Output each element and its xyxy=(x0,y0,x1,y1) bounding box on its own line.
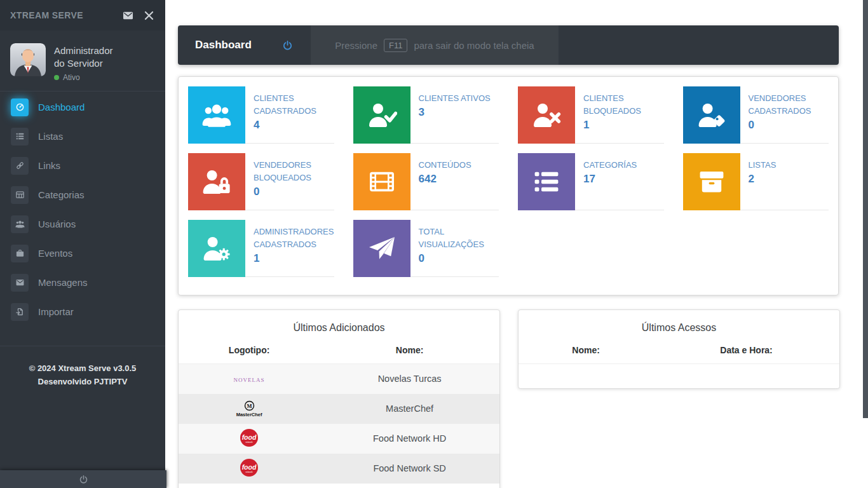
sidebar: XTREAM SERVE Administrad xyxy=(0,0,165,488)
ultimos-acessos-panel: Últimos Acessos Nome: Data e Hora: xyxy=(518,309,840,389)
user-profile: Administrador do Servidor Ativo xyxy=(0,30,165,91)
page-title: Dashboard xyxy=(195,39,252,51)
briefcase-icon xyxy=(11,245,29,262)
stat-value: 0 xyxy=(749,119,828,132)
user-tag-icon xyxy=(683,86,740,144)
users-icon xyxy=(188,86,245,144)
svg-text:network: network xyxy=(246,440,254,443)
paper-plane-icon xyxy=(353,220,410,277)
main-content: Dashboard Pressione F11 para sair do mod… xyxy=(165,0,868,488)
column-header-logotipo: Logotipo: xyxy=(179,339,320,364)
sidebar-item-links[interactable]: Links xyxy=(0,151,165,180)
table-row: M MasterChef MasterChef xyxy=(179,394,499,424)
envelope-icon xyxy=(11,274,29,292)
stat-value: 2 xyxy=(749,173,776,186)
fullscreen-toast: Pressione F11 para sair do modo tela che… xyxy=(311,25,559,65)
f11-key: F11 xyxy=(384,39,407,52)
sidebar-footer: © 2024 Xtream Serve v3.0.5 Desenvolvido … xyxy=(0,346,165,404)
sidebar-menu: Dashboard Listas Links Categorias Usuári… xyxy=(0,92,165,327)
import-icon xyxy=(11,303,29,321)
stat-label: CLIENTES CADASTRADOS xyxy=(254,92,333,118)
user-check-icon xyxy=(353,86,410,144)
stat-label: CATEGORÍAS xyxy=(583,159,637,172)
panel-title: Últimos Acessos xyxy=(519,310,839,339)
svg-text:network: network xyxy=(246,470,254,473)
stat-value: 0 xyxy=(419,252,498,265)
table-row: food network Food Network SD xyxy=(179,454,499,484)
stat-card-categorias[interactable]: CATEGORÍAS 17 xyxy=(518,153,664,210)
table-icon xyxy=(11,186,29,204)
stat-card-clientes-ativos[interactable]: CLIENTES ATIVOS 3 xyxy=(353,86,499,144)
page-header: Dashboard Pressione F11 para sair do mod… xyxy=(178,25,839,65)
sidebar-item-dashboard[interactable]: Dashboard xyxy=(0,93,165,122)
stat-label: CLIENTES ATIVOS xyxy=(419,92,491,105)
food-network-logo: food network xyxy=(240,428,259,447)
sidebar-item-eventos[interactable]: Eventos xyxy=(0,239,165,268)
stat-value: 642 xyxy=(419,173,471,186)
column-header-nome: Nome: xyxy=(519,339,653,364)
stat-card-conteudos[interactable]: CONTEÚDOS 642 xyxy=(353,153,499,210)
sidebar-item-categorias[interactable]: Categorias xyxy=(0,180,165,210)
novelas-logo: NOVELAS xyxy=(234,377,265,383)
stat-label: ADMINISTRADORES CADASTRADOS xyxy=(254,226,333,251)
row-name: Food Network SD xyxy=(320,454,499,484)
stat-value: 1 xyxy=(254,252,333,265)
envelope-icon[interactable] xyxy=(122,10,134,22)
stat-card-administradores[interactable]: ADMINISTRADORES CADASTRADOS 1 xyxy=(188,220,334,277)
status-dot-icon xyxy=(54,75,59,80)
power-icon[interactable] xyxy=(282,40,293,51)
panel-title: Últimos Adicionados xyxy=(179,310,499,339)
brand-bar: XTREAM SERVE xyxy=(0,0,165,30)
close-icon[interactable] xyxy=(143,10,155,22)
column-header-data-hora: Data e Hora: xyxy=(653,339,839,364)
stat-value: 1 xyxy=(583,119,663,132)
sidebar-item-usuarios[interactable]: Usuários xyxy=(0,210,165,239)
row-name: Food Network HD xyxy=(320,424,499,454)
food-network-logo: food network xyxy=(240,458,259,477)
stat-value: 0 xyxy=(254,186,333,198)
stats-container: CLIENTES CADASTRADOS 4 CLIENTES ATIVOS 3… xyxy=(178,76,839,295)
row-name: MasterChef xyxy=(320,394,499,424)
brand-title: XTREAM SERVE xyxy=(10,10,122,20)
stat-label: VENDEDORES BLOQUEADOS xyxy=(254,159,333,184)
status-badge: Ativo xyxy=(54,73,113,82)
column-header-nome: Nome: xyxy=(320,339,499,364)
stat-label: TOTAL VISUALIZAÇÕES xyxy=(419,226,498,251)
stat-value: 17 xyxy=(583,173,637,186)
sidebar-item-listas[interactable]: Listas xyxy=(0,122,165,151)
stat-label: VENDEDORES CADASTRADOS xyxy=(749,92,828,118)
list-icon xyxy=(518,153,575,210)
power-icon xyxy=(79,475,88,484)
user-lock-icon xyxy=(188,153,245,210)
list-icon xyxy=(11,128,29,146)
stat-card-listas[interactable]: LISTAS 2 xyxy=(683,153,829,210)
user-gear-icon xyxy=(188,220,245,277)
stat-card-clientes-bloqueados[interactable]: CLIENTES BLOQUEADOS 1 xyxy=(518,86,664,144)
svg-text:food: food xyxy=(242,463,257,470)
stat-label: LISTAS xyxy=(749,159,776,172)
stat-card-total-visualizacoes[interactable]: TOTAL VISUALIZAÇÕES 0 xyxy=(353,220,499,277)
stat-card-vendedores-cadastrados[interactable]: VENDEDORES CADASTRADOS 0 xyxy=(683,86,829,144)
avatar[interactable] xyxy=(10,43,46,76)
gauge-icon xyxy=(11,98,29,116)
sidebar-item-mensagens[interactable]: Mensagens xyxy=(0,268,165,297)
stat-card-clientes-cadastrados[interactable]: CLIENTES CADASTRADOS 4 xyxy=(188,86,334,144)
stat-label: CLIENTES BLOQUEADOS xyxy=(583,92,663,118)
table-row: food network Food Network HD xyxy=(179,424,499,454)
row-name: Novelas Turcas xyxy=(320,364,499,394)
stat-value: 3 xyxy=(419,106,491,119)
svg-text:food: food xyxy=(242,433,257,440)
masterchef-logo: M MasterChef xyxy=(236,400,262,417)
logout-power-button[interactable] xyxy=(0,470,166,488)
users-icon xyxy=(11,215,29,233)
scrollbar[interactable] xyxy=(863,0,868,418)
stat-value: 4 xyxy=(254,119,333,132)
stat-label: CONTEÚDOS xyxy=(419,159,471,172)
ultimos-adicionados-panel: Últimos Adicionados Logotipo: Nome: NOVE… xyxy=(178,309,500,488)
stat-card-vendedores-bloqueados[interactable]: VENDEDORES BLOQUEADOS 0 xyxy=(188,153,334,210)
film-icon xyxy=(353,153,410,210)
box-icon xyxy=(683,153,740,210)
user-times-icon xyxy=(518,86,575,144)
sidebar-item-importar[interactable]: Importar xyxy=(0,297,165,327)
table-row: NOVELAS Novelas Turcas xyxy=(179,364,499,394)
